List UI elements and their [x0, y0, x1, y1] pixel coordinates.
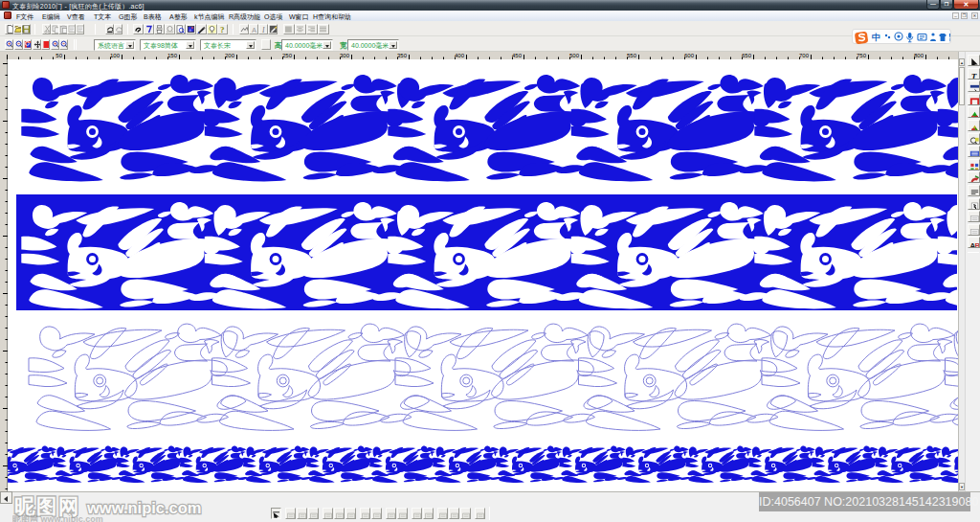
svg-text:350: 350 [397, 53, 408, 58]
svg-text:昵图网 www.nipic.com: 昵图网 www.nipic.com [12, 514, 103, 522]
svg-text:250: 250 [282, 53, 293, 58]
svg-text:200: 200 [225, 53, 235, 58]
svg-text:500: 500 [569, 53, 580, 58]
svg-text:450: 450 [512, 53, 523, 58]
svg-text:650: 650 [742, 53, 752, 58]
svg-text:A: A [252, 26, 256, 34]
svg-text:750: 750 [857, 53, 867, 58]
svg-text:B: B [974, 242, 980, 249]
svg-text:?: ? [220, 25, 225, 34]
svg-text:300: 300 [340, 53, 350, 58]
svg-text:600: 600 [684, 53, 695, 58]
svg-text:700: 700 [799, 53, 810, 58]
svg-text:400: 400 [455, 53, 465, 58]
svg-text:550: 550 [627, 53, 637, 58]
svg-text:I: I [261, 26, 265, 34]
svg-text:T: T [970, 72, 976, 79]
svg-text:50: 50 [56, 53, 62, 58]
svg-text:800: 800 [914, 53, 924, 58]
svg-text:150: 150 [167, 53, 178, 58]
svg-text:100: 100 [110, 53, 121, 58]
